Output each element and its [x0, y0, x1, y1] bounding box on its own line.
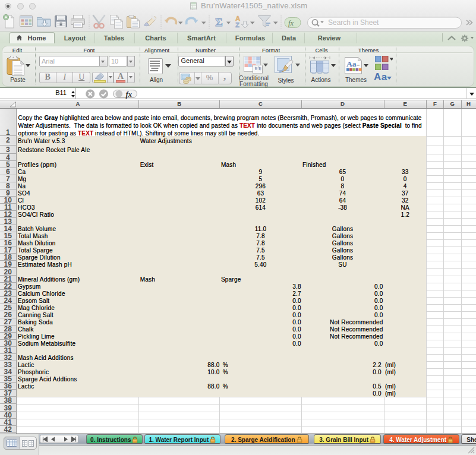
svg-text:fx: fx	[126, 90, 132, 99]
svg-text:Aa: Aa	[346, 59, 357, 68]
svg-text:fx: fx	[288, 19, 294, 27]
svg-text:Z: Z	[235, 21, 239, 29]
svg-text:Search in Sheet: Search in Sheet	[328, 18, 379, 27]
svg-text:Σ: Σ	[215, 16, 223, 29]
